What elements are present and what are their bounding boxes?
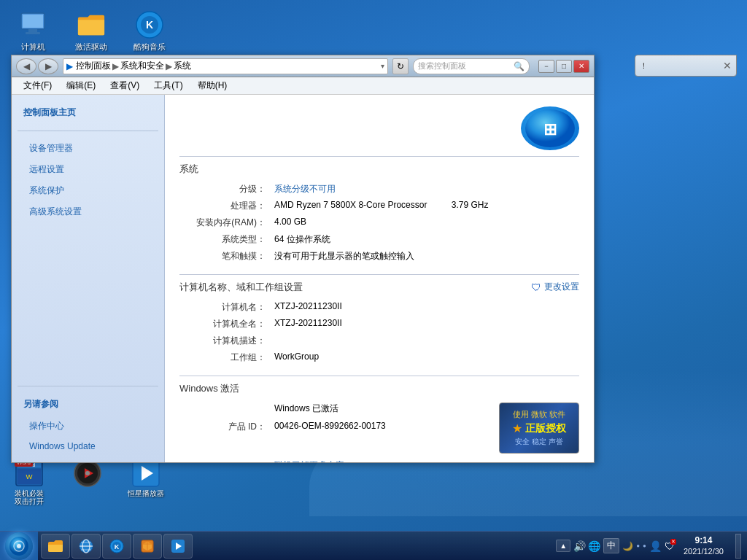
sidebar-divider-2 [18, 386, 158, 386]
sidebar-remote[interactable]: 远程设置 [18, 161, 158, 178]
svg-point-15 [85, 471, 90, 475]
minimize-button[interactable]: － [538, 60, 554, 73]
menu-edit[interactable]: 编辑(E) [61, 78, 101, 93]
start-orb [5, 532, 33, 560]
sidebar-also-see: 另请参阅 [18, 395, 158, 413]
svg-text:W: W [26, 472, 33, 481]
taskbar-tray: ▲ 🔊 🌐 中 🌙 ● ● 👤 🛡 ✕ 9:14 2021/12/ [550, 534, 747, 559]
menu-file[interactable]: 文件(F) [18, 78, 58, 93]
sidebar-advanced[interactable]: 高级系统设置 [18, 203, 158, 220]
desktop-icon-computer-label: 计算机 [21, 42, 45, 52]
os-value: 64 位操作系统 [274, 233, 579, 246]
menu-help[interactable]: 帮助(H) [192, 78, 233, 93]
forward-button[interactable]: ▶ [38, 58, 58, 74]
show-desktop-button[interactable] [735, 534, 741, 559]
window-controls: － □ ✕ [538, 60, 589, 73]
sidebar-windows-update[interactable]: Windows Update [18, 439, 158, 454]
info-row-pen: 笔和触摸： 没有可用于此显示器的笔或触控输入 [179, 250, 579, 262]
more-link-area: 联机了解更多内容... [179, 459, 579, 462]
taskbar-icon-quicktime[interactable] [62, 459, 113, 505]
compname-value: XTZJ-20211230II [274, 301, 579, 311]
tray-chevron[interactable]: ▲ [556, 540, 570, 552]
svg-text:K: K [115, 543, 120, 551]
activation-badge[interactable]: 使用 微软 软件 ★ 正版授权 安全 稳定 声誉 [499, 402, 579, 454]
taskbar: K ▲ [0, 531, 747, 560]
rating-value[interactable]: 系统分级不可用 [274, 183, 579, 195]
badge-text-area: 正版授权 [525, 422, 566, 435]
badge-star-icon: ★ [512, 421, 522, 435]
info-row-activation-status: Windows 已激活 [179, 402, 484, 415]
taskbar-app-explorer[interactable] [41, 534, 70, 559]
tray-user-icon: 👤 [649, 540, 662, 552]
start-button[interactable] [0, 532, 38, 561]
tray-moon-icon: 🌙 [622, 541, 633, 551]
ram-value: 4.00 GB [274, 217, 579, 227]
installer-label: 装机必装双击打开 [15, 489, 44, 505]
content-area: 控制面板主页 设备管理器 远程设置 系统保护 高级系统设置 另请参阅 操作中心 … [12, 95, 594, 462]
cpu-speed: 3.79 GHz [452, 200, 489, 210]
activation-info: Windows 已激活 产品 ID： 00426-OEM-8992662-001… [179, 402, 484, 438]
badge-header: 使用 微软 软件 [513, 409, 565, 420]
more-link[interactable]: 联机了解更多内容... [274, 460, 352, 462]
breadcrumb: 控制面板 ▶ 系统和安全 ▶ 系统 [76, 60, 191, 72]
breadcrumb-sep1: ▶ [112, 61, 119, 71]
breadcrumb-cp[interactable]: 控制面板 [76, 60, 111, 72]
info-row-ram: 安装内存(RAM)： 4.00 GB [179, 217, 579, 229]
taskbar-app-kugou[interactable]: K [102, 534, 131, 559]
compname-label: 计算机名： [179, 301, 274, 314]
refresh-button[interactable]: ↻ [392, 58, 409, 74]
info-row-rating: 分级： 系统分级不可用 [179, 183, 579, 195]
folder-icon [77, 10, 106, 39]
menu-view[interactable]: 查看(V) [104, 78, 145, 93]
sidebar-action-center[interactable]: 操作中心 [18, 418, 158, 435]
address-icon: ▶ [66, 61, 73, 71]
pen-label: 笔和触摸： [179, 250, 274, 262]
breadcrumb-system[interactable]: 系统 [174, 60, 191, 72]
badge-sub-text: 安全 稳定 声誉 [515, 437, 563, 447]
breadcrumb-security[interactable]: 系统和安全 [120, 60, 164, 72]
clock[interactable]: 9:14 2021/12/30 [678, 535, 729, 557]
system-info-table: 分级： 系统分级不可用 处理器： AMD Ryzen 7 5800X 8-Cor… [179, 183, 579, 262]
taskbar-app-ie[interactable] [71, 534, 101, 559]
desktop-icon-music[interactable]: K 酷狗音乐 [124, 7, 175, 55]
security-icon[interactable]: 🛡 ✕ [665, 540, 675, 552]
badge-main-text: 正版授权 [525, 422, 566, 435]
change-settings-button[interactable]: 🛡 更改设置 [531, 281, 579, 293]
cpu-label: 处理器： [179, 200, 274, 212]
desktop: 计算机 激活驱动 K 酷狗音乐 [0, 0, 747, 560]
tray-network-icon[interactable]: 🔊 [573, 540, 586, 552]
notification-popup: ！ ✕ [635, 55, 737, 77]
main-panel: ⊞ 系统 分级： 系统分级不可用 处理器： AMD Ryzen 7 [165, 95, 594, 462]
badge-software-label: 使用 微软 软件 [513, 409, 565, 420]
taskbar-app-media[interactable] [163, 534, 193, 559]
address-dropdown[interactable]: ▾ [381, 62, 384, 70]
nav-buttons: ◀ ▶ [16, 58, 58, 74]
address-bar[interactable]: ▶ 控制面板 ▶ 系统和安全 ▶ 系统 ▾ [63, 58, 388, 74]
menu-bar: 文件(F) 编辑(E) 查看(V) 工具(T) 帮助(H) [12, 77, 594, 95]
fullname-value: XTZJ-20211230II [274, 318, 579, 328]
desktop-icon-area: 计算机 激活驱动 K 酷狗音乐 [7, 7, 175, 55]
notification-close-btn[interactable]: ✕ [723, 60, 732, 71]
search-placeholder: 搜索控制面板 [418, 61, 466, 71]
back-button[interactable]: ◀ [16, 58, 36, 74]
search-bar[interactable]: 搜索控制面板 🔍 [413, 58, 530, 74]
sidebar-home[interactable]: 控制面板主页 [18, 104, 158, 122]
tray-volume-icon[interactable]: 🌐 [588, 540, 600, 552]
sidebar-device-mgr[interactable]: 设备管理器 [18, 140, 158, 157]
workgroup-label: 工作组： [179, 351, 274, 364]
taskbar-app-pkg[interactable] [133, 534, 162, 559]
taskbar-icon-media[interactable]: 恒星播放器 [120, 459, 171, 505]
language-button[interactable]: 中 [603, 538, 619, 553]
maximize-button[interactable]: □ [556, 60, 572, 73]
menu-tools[interactable]: 工具(T) [148, 78, 188, 93]
computer-info-table: 计算机名： XTZJ-20211230II 计算机全名： XTZJ-202112… [179, 301, 579, 364]
notification-text: ！ [640, 61, 648, 71]
divider-computer [179, 274, 579, 275]
desktop-icon-computer[interactable]: 计算机 [7, 7, 58, 55]
music-icon: K [135, 10, 164, 39]
desktop-icon-driver[interactable]: 激活驱动 [66, 7, 117, 55]
taskbar-icon-installer[interactable]: Word W Word 装机必装双击打开 [4, 459, 55, 505]
sidebar-protection[interactable]: 系统保护 [18, 182, 158, 199]
close-button[interactable]: ✕ [573, 60, 589, 73]
rating-label: 分级： [179, 183, 274, 195]
